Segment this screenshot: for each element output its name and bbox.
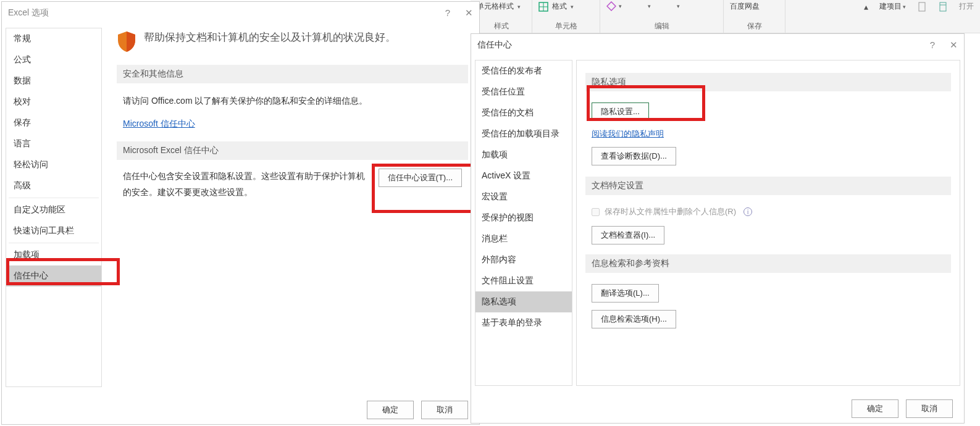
section-privacy-options: 隐私选项: [585, 73, 951, 91]
ok-button[interactable]: 确定: [367, 401, 414, 419]
sidebar-item-general[interactable]: 常规: [6, 28, 101, 49]
sidebar-item-trusted-addin-catalogs[interactable]: 受信任的加载项目录: [475, 123, 572, 144]
shield-icon: [117, 30, 136, 52]
sidebar-item-trusted-locations[interactable]: 受信任位置: [475, 81, 572, 102]
sidebar-item-addins[interactable]: 加载项: [475, 144, 572, 165]
options-sidebar: 常规 公式 数据 校对 保存 语言 轻松访问 高级 自定义功能区 快速访问工具栏…: [6, 28, 102, 387]
cell-styles-dropdown[interactable]: 单元格样式▾: [477, 1, 526, 12]
sidebar-item-save[interactable]: 保存: [6, 112, 101, 133]
sidebar-item-form-based-signin[interactable]: 基于表单的登录: [475, 312, 572, 333]
section-document-specific: 文档特定设置: [585, 177, 951, 195]
ms-trust-center-link[interactable]: Microsoft 信任中心: [123, 119, 195, 128]
open-label[interactable]: 打开: [959, 1, 974, 12]
help-icon[interactable]: ?: [930, 40, 935, 51]
dialog-title: Excel 选项: [8, 7, 49, 19]
ribbon-label: 编辑: [606, 21, 717, 33]
sidebar-item-advanced[interactable]: 高级: [6, 175, 101, 196]
privacy-statement-link[interactable]: 阅读我们的隐私声明: [592, 129, 664, 138]
sidebar-item-message-bar[interactable]: 消息栏: [475, 228, 572, 249]
excel-options-dialog: Excel 选项 ? ✕ 常规 公式 数据 校对 保存 语言 轻松访问 高级 自…: [1, 1, 480, 425]
translation-options-button[interactable]: 翻译选项(L)...: [592, 284, 659, 303]
sidebar-item-external-content[interactable]: 外部内容: [475, 249, 572, 270]
ribbon-group-project: ▴ 建项目▾ 打开: [785, 0, 980, 33]
sidebar-item-file-block-settings[interactable]: 文件阻止设置: [475, 270, 572, 291]
diamond-dropdown[interactable]: ▾: [606, 1, 622, 11]
view-diagnostic-data-button[interactable]: 查看诊断数据(D)...: [592, 147, 676, 165]
ribbon-group-edit: ▾ ▾ ▾ 编辑: [600, 0, 724, 33]
section-excel-trust-center: Microsoft Excel 信任中心: [117, 141, 468, 160]
help-icon[interactable]: ?: [445, 7, 450, 19]
edit-dropdown-2[interactable]: ▾: [677, 3, 680, 9]
options-content: 帮助保持文档和计算机的安全以及计算机的状况良好。 安全和其他信息 请访问 Off…: [106, 24, 479, 391]
content-heading: 帮助保持文档和计算机的安全以及计算机的状况良好。: [117, 30, 468, 52]
document-icon[interactable]: [917, 2, 927, 12]
ribbon-group-style: 单元格样式▾ 样式: [471, 0, 532, 33]
sidebar-item-activex-settings[interactable]: ActiveX 设置: [475, 165, 572, 186]
section-security-info: 安全和其他信息: [117, 65, 468, 83]
trust-center-text: 信任中心包含安全设置和隐私设置。这些设置有助于保护计算机的安全。建议不要更改这些…: [123, 169, 372, 199]
project-dropdown[interactable]: 建项目▾: [879, 1, 906, 12]
sidebar-item-language[interactable]: 语言: [6, 133, 101, 154]
sidebar-item-data[interactable]: 数据: [6, 70, 101, 91]
sidebar-item-trusted-publishers[interactable]: 受信任的发布者: [475, 61, 572, 81]
trust-center-sidebar: 受信任的发布者 受信任位置 受信任的文档 受信任的加载项目录 加载项 Activ…: [475, 60, 572, 386]
document-inspector-button[interactable]: 文档检查器(I)...: [592, 226, 664, 244]
sidebar-item-protected-view[interactable]: 受保护的视图: [475, 207, 572, 228]
collapse-ribbon-icon[interactable]: ▴: [864, 2, 868, 12]
titlebar: Excel 选项 ? ✕: [2, 2, 479, 24]
privacy-settings-button[interactable]: 隐私设置...: [592, 102, 649, 121]
format-dropdown[interactable]: 格式▾: [538, 1, 593, 12]
sidebar-item-trusted-documents[interactable]: 受信任的文档: [475, 102, 572, 123]
sidebar-item-trust-center[interactable]: 信任中心: [6, 265, 101, 286]
sidebar-item-proofing[interactable]: 校对: [6, 91, 101, 112]
ribbon-group-cells: 格式▾ 单元格: [532, 0, 600, 33]
section-research-reference: 信息检索和参考资料: [585, 254, 951, 273]
ok-button[interactable]: 确定: [852, 399, 898, 418]
trust-center-content: 隐私选项 隐私设置... 阅读我们的隐私声明 查看诊断数据(D)... 文档特定…: [576, 60, 960, 386]
ribbon: 单元格样式▾ 样式 格式▾ 单元格 ▾ ▾ ▾ 编辑 百度网盘 保存 ▴ 建项目…: [471, 0, 980, 33]
security-info-text: 请访问 Office.com 以了解有关保护你的隐私和安全的详细信息。: [117, 90, 468, 112]
remove-personal-info-label: 保存时从文件属性中删除个人信息(R): [605, 206, 736, 217]
info-icon[interactable]: i: [743, 207, 752, 216]
diamond-icon: [606, 1, 616, 11]
svg-rect-4: [940, 2, 946, 11]
ribbon-group-save: 百度网盘 保存: [724, 0, 785, 33]
titlebar: 信任中心 ? ✕: [471, 34, 964, 56]
dialog-title: 信任中心: [477, 40, 512, 51]
cancel-button[interactable]: 取消: [906, 399, 953, 418]
cancel-button[interactable]: 取消: [421, 401, 468, 419]
remove-personal-info-checkbox: [592, 208, 600, 216]
sidebar-item-accessibility[interactable]: 轻松访问: [6, 154, 101, 175]
research-options-button[interactable]: 信息检索选项(H)...: [592, 310, 676, 328]
sidebar-item-customize-ribbon[interactable]: 自定义功能区: [6, 199, 101, 220]
trust-center-dialog: 信任中心 ? ✕ 受信任的发布者 受信任位置 受信任的文档 受信任的加载项目录 …: [471, 33, 965, 424]
format-icon: [538, 2, 548, 12]
ribbon-label: 保存: [730, 21, 779, 33]
trust-center-settings-button[interactable]: 信任中心设置(T)...: [379, 169, 462, 187]
sidebar-item-formula[interactable]: 公式: [6, 49, 101, 70]
svg-rect-3: [919, 2, 925, 11]
sidebar-item-privacy-options[interactable]: 隐私选项: [475, 291, 572, 312]
close-icon[interactable]: ✕: [950, 40, 958, 51]
sidebar-item-macro-settings[interactable]: 宏设置: [475, 186, 572, 207]
document-icon-2[interactable]: [938, 2, 948, 12]
ribbon-label: 单元格: [538, 21, 593, 33]
sidebar-item-addins[interactable]: 加载项: [6, 244, 101, 265]
ribbon-label: 样式: [477, 21, 526, 33]
baidu-netdisk-button[interactable]: 百度网盘: [730, 1, 779, 12]
sidebar-item-qat[interactable]: 快速访问工具栏: [6, 220, 101, 241]
close-icon[interactable]: ✕: [465, 7, 473, 19]
edit-dropdown[interactable]: ▾: [648, 3, 651, 9]
